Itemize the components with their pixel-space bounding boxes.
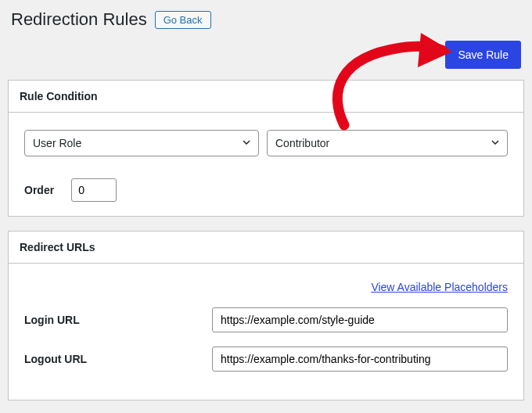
condition-type-value: User Role (33, 137, 81, 149)
go-back-button[interactable]: Go Back (155, 11, 211, 29)
rule-condition-panel: Rule Condition User Role Contributor (8, 80, 524, 217)
page-title: Redirection Rules (11, 9, 147, 30)
condition-type-select[interactable]: User Role (24, 130, 259, 156)
redirect-urls-heading: Redirect URLs (9, 232, 523, 264)
condition-value-select[interactable]: Contributor (267, 130, 508, 156)
order-label: Order (24, 184, 54, 196)
save-rule-button[interactable]: Save Rule (445, 41, 521, 69)
login-url-label: Login URL (24, 314, 212, 326)
order-input[interactable] (71, 178, 117, 202)
rule-condition-heading: Rule Condition (9, 81, 523, 113)
condition-value-text: Contributor (275, 137, 329, 149)
logout-url-input[interactable] (212, 347, 508, 372)
redirect-urls-panel: Redirect URLs View Available Placeholder… (8, 231, 524, 400)
logout-url-label: Logout URL (24, 353, 212, 365)
login-url-input[interactable] (212, 307, 508, 332)
view-placeholders-link[interactable]: View Available Placeholders (371, 281, 508, 293)
